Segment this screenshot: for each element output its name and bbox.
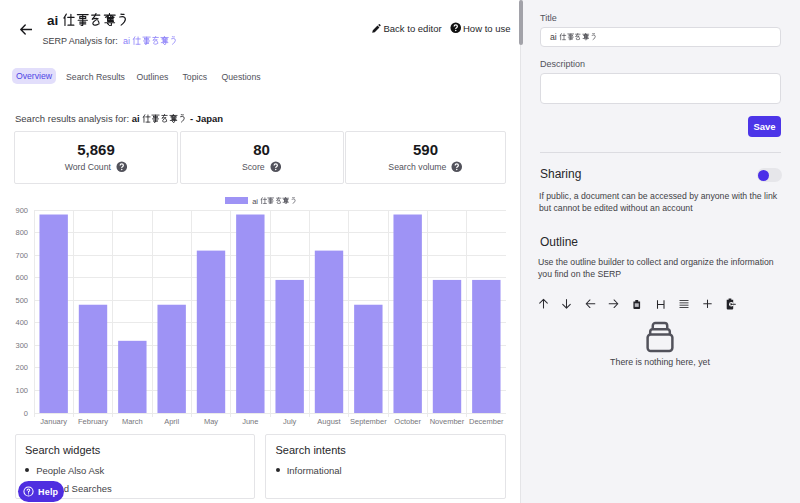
svg-text:600: 600 xyxy=(15,273,28,282)
svg-text:January: January xyxy=(40,417,67,426)
svg-text:700: 700 xyxy=(15,251,28,260)
svg-text:June: June xyxy=(242,417,258,426)
svg-text:July: July xyxy=(283,417,297,426)
svg-text:November: November xyxy=(430,417,465,426)
svg-text:March: March xyxy=(122,417,143,426)
svg-text:April: April xyxy=(164,417,179,426)
svg-text:500: 500 xyxy=(15,296,28,305)
svg-text:800: 800 xyxy=(15,228,28,237)
svg-text:300: 300 xyxy=(15,341,28,350)
svg-text:900: 900 xyxy=(15,206,28,215)
svg-text:December: December xyxy=(469,417,504,426)
svg-text:May: May xyxy=(204,417,218,426)
svg-text:October: October xyxy=(394,417,421,426)
svg-text:200: 200 xyxy=(15,363,28,372)
svg-text:100: 100 xyxy=(15,386,28,395)
svg-text:February: February xyxy=(78,417,108,426)
svg-text:August: August xyxy=(317,417,341,426)
svg-text:0: 0 xyxy=(24,409,28,418)
svg-text:400: 400 xyxy=(15,318,28,327)
svg-text:September: September xyxy=(350,417,387,426)
